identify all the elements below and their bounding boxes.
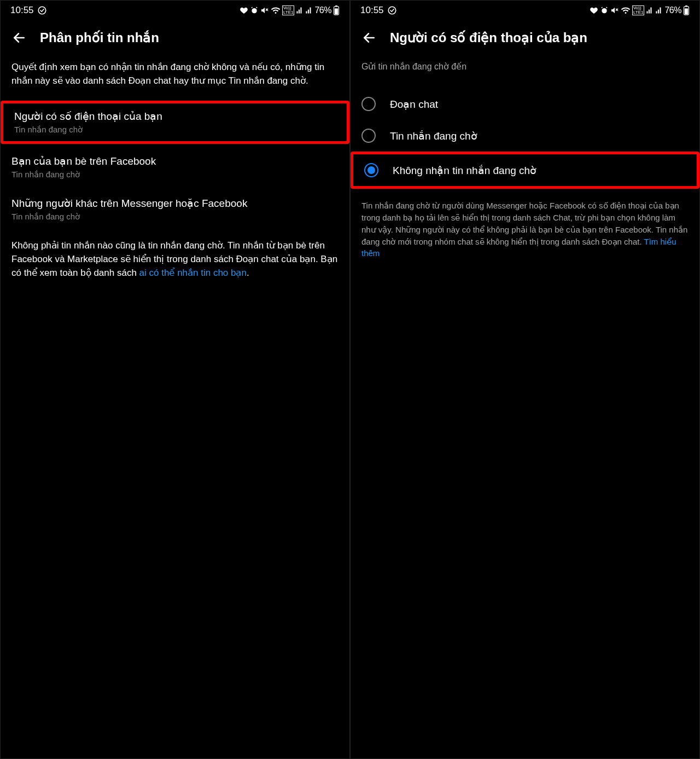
footer-text: Tin nhắn đang chờ từ người dùng Messenge…	[361, 200, 689, 259]
radio-label: Tin nhắn đang chờ	[390, 130, 477, 142]
svg-point-1	[252, 8, 256, 13]
radio-icon	[361, 129, 376, 143]
page-title: Người có số điện thoại của bạn	[390, 30, 587, 45]
back-button[interactable]	[11, 30, 27, 45]
setting-item-subtitle: Tin nhắn đang chờ	[14, 125, 336, 135]
status-time: 10:55	[10, 5, 34, 16]
battery-percent: 76%	[664, 5, 681, 15]
page-header: Người có số điện thoại của bạn	[351, 20, 699, 56]
status-time: 10:55	[360, 5, 384, 16]
signal-icon-2	[655, 7, 663, 14]
volte-icon: Vo))LTE1	[282, 5, 295, 15]
radio-label: Không nhận tin nhắn đang chờ	[393, 164, 536, 177]
setting-item-title: Những người khác trên Messenger hoặc Fac…	[11, 197, 339, 210]
svg-point-9	[602, 8, 606, 13]
volte-icon: Vo))LTE1	[632, 5, 645, 15]
back-button[interactable]	[361, 30, 377, 45]
alarm-icon	[600, 6, 609, 15]
page-header: Phân phối tin nhắn	[1, 20, 349, 56]
phone-screen-2: 10:55 Vo))LTE1 76% Người có số điện thoạ…	[350, 0, 700, 759]
setting-item-facebook-friends[interactable]: Bạn của bạn bè trên Facebook Tin nhắn đa…	[11, 148, 339, 186]
svg-rect-14	[685, 5, 687, 7]
page-title: Phân phối tin nhắn	[40, 30, 159, 45]
sync-icon	[37, 5, 47, 15]
setting-item-phone-number[interactable]: Người có số điện thoại của bạn Tin nhắn …	[1, 101, 349, 144]
sync-icon	[387, 5, 397, 15]
setting-item-subtitle: Tin nhắn đang chờ	[11, 212, 339, 222]
mute-icon	[610, 6, 619, 15]
alarm-icon	[250, 6, 259, 15]
section-subheader: Gửi tin nhắn đang chờ đến	[361, 61, 689, 73]
heart-icon	[590, 6, 598, 15]
svg-rect-13	[685, 8, 688, 14]
status-bar: 10:55 Vo))LTE1 76%	[351, 1, 699, 20]
svg-point-0	[38, 7, 46, 14]
radio-option-pending[interactable]: Tin nhắn đang chờ	[361, 120, 689, 152]
radio-icon	[361, 97, 376, 111]
phone-screen-1: 10:55 Vo))LTE1 76% Phân phối tin nhắn Qu…	[0, 0, 350, 759]
battery-icon	[333, 5, 340, 15]
radio-label: Đoạn chat	[390, 98, 438, 111]
battery-icon	[683, 5, 690, 15]
signal-icon-1	[646, 7, 654, 14]
signal-icon-2	[305, 7, 313, 14]
page-description: Quyết định xem bạn có nhận tin nhắn đang…	[11, 61, 339, 88]
footer-period: .	[247, 268, 249, 278]
setting-item-subtitle: Tin nhắn đang chờ	[11, 170, 339, 179]
footer-link[interactable]: ai có thể nhắn tin cho bạn	[139, 268, 247, 278]
svg-rect-5	[335, 8, 338, 14]
status-bar: 10:55 Vo))LTE1 76%	[1, 1, 349, 20]
radio-option-none[interactable]: Không nhận tin nhắn đang chờ	[351, 152, 699, 189]
radio-icon-selected	[364, 163, 378, 177]
mute-icon	[260, 6, 269, 15]
heart-icon	[240, 6, 248, 15]
wifi-icon	[621, 6, 631, 15]
battery-percent: 76%	[314, 5, 331, 15]
setting-item-title: Người có số điện thoại của bạn	[14, 110, 336, 123]
footer-text: Không phải tin nhắn nào cũng là tin nhắn…	[11, 239, 339, 280]
wifi-icon	[271, 6, 281, 15]
svg-point-8	[388, 7, 396, 14]
setting-item-others[interactable]: Những người khác trên Messenger hoặc Fac…	[11, 190, 339, 228]
footer-prefix: Tin nhắn đang chờ từ người dùng Messenge…	[361, 201, 687, 246]
setting-item-title: Bạn của bạn bè trên Facebook	[11, 155, 339, 167]
signal-icon-1	[296, 7, 304, 14]
radio-option-chat[interactable]: Đoạn chat	[361, 88, 689, 120]
svg-rect-6	[335, 5, 337, 7]
